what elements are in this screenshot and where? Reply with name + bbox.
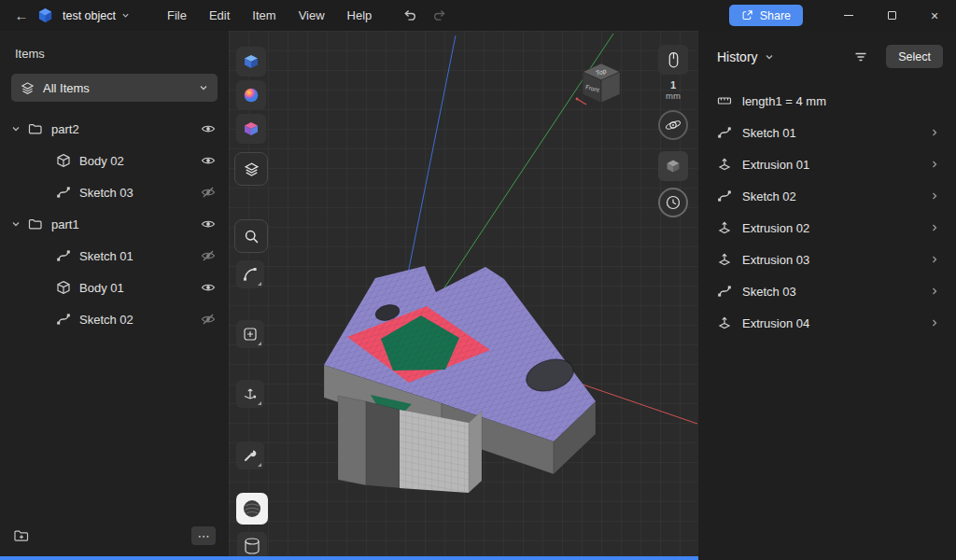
pentagon-extrusion-side — [371, 395, 412, 427]
close-button[interactable]: × — [913, 0, 956, 31]
viewport-3d[interactable]: Top Front 1 mm — [229, 31, 698, 556]
history-item-extrusion-02[interactable]: Extrusion 02 — [698, 212, 956, 244]
extrusion-icon — [717, 220, 732, 235]
menu-help[interactable]: Help — [336, 0, 384, 31]
history-item-label: Extrusion 02 — [742, 221, 809, 235]
hole-large — [522, 354, 577, 397]
visibility-eye-icon[interactable] — [201, 217, 216, 231]
visibility-eye-off-icon[interactable] — [201, 185, 216, 200]
tree-item-label: part1 — [51, 217, 79, 231]
history-header: History Select — [698, 31, 956, 76]
select-button[interactable]: Select — [886, 45, 943, 68]
history-item-extrusion-04[interactable]: Extrusion 04 — [698, 307, 956, 339]
history-mode-button[interactable] — [658, 188, 688, 217]
history-item-variable[interactable]: length1 = 4 mm — [698, 85, 956, 117]
chevron-right-icon — [930, 128, 939, 137]
chevron-down-icon[interactable] — [765, 52, 774, 62]
gray-solid-icon — [665, 158, 682, 175]
history-title: History — [717, 49, 758, 64]
visual-style-button[interactable] — [236, 114, 266, 144]
navigation-cube[interactable]: Top Front — [570, 53, 632, 115]
history-item-label: Sketch 03 — [742, 285, 796, 299]
menu-item[interactable]: Item — [241, 0, 287, 31]
appearance-button[interactable] — [236, 80, 266, 110]
expand-chevron-icon[interactable] — [11, 219, 21, 229]
chevron-right-icon — [930, 160, 939, 169]
tree-item-sketch-02[interactable]: Sketch 02 — [0, 303, 229, 335]
menu-view[interactable]: View — [288, 0, 336, 31]
visibility-eye-icon[interactable] — [201, 280, 216, 295]
visibility-eye-icon[interactable] — [201, 153, 216, 168]
items-filter-label: All Items — [43, 81, 190, 95]
tree-item-sketch-01[interactable]: Sketch 01 — [0, 240, 229, 272]
material-preview-button[interactable] — [236, 493, 268, 525]
history-item-extrusion-01[interactable]: Extrusion 01 — [698, 148, 956, 180]
sketch-arc-icon — [243, 267, 258, 282]
share-button[interactable]: Share — [729, 5, 803, 26]
add-tool-button[interactable] — [236, 320, 264, 348]
history-clock-icon — [665, 194, 682, 211]
visibility-eye-off-icon[interactable] — [201, 248, 216, 263]
chevron-down-icon — [121, 11, 130, 20]
tree-item-body-01[interactable]: Body 01 — [0, 272, 229, 303]
tools-button[interactable] — [236, 441, 264, 469]
menu-file[interactable]: File — [156, 0, 198, 31]
tree-item-body-02[interactable]: Body 02 — [0, 145, 229, 176]
tree-item-label: Body 01 — [79, 281, 124, 295]
visibility-eye-off-icon[interactable] — [201, 312, 216, 327]
layers-panel-button[interactable] — [234, 152, 268, 186]
history-item-sketch-02[interactable]: Sketch 02 — [698, 180, 956, 212]
transform-tool-button[interactable] — [236, 380, 264, 408]
undo-button[interactable] — [398, 3, 422, 29]
pentagon-face — [381, 315, 459, 371]
new-folder-icon[interactable] — [13, 527, 30, 544]
tree-folder-part2[interactable]: part2 — [0, 113, 229, 145]
redo-button[interactable] — [428, 3, 452, 29]
mouse-settings-button[interactable] — [658, 45, 688, 75]
grid-scale-unit: mm — [658, 91, 688, 101]
tree-item-sketch-03[interactable]: Sketch 03 — [0, 176, 229, 208]
document-title-button[interactable]: test object — [63, 9, 130, 22]
folder-icon — [28, 217, 43, 231]
chevron-down-icon — [199, 83, 208, 92]
visibility-eye-icon[interactable] — [201, 121, 216, 136]
sketch-tool-button[interactable] — [236, 260, 264, 288]
history-item-extrusion-03[interactable]: Extrusion 03 — [698, 244, 956, 275]
view-cube-button[interactable] — [236, 47, 266, 77]
grid-scale-value: 1 — [658, 79, 688, 91]
bottom-accent-bar — [0, 556, 698, 560]
items-filter-dropdown[interactable]: All Items — [11, 74, 218, 102]
axis-x-line — [490, 353, 697, 424]
filter-icon[interactable] — [853, 49, 868, 64]
tree-folder-part1[interactable]: part1 — [0, 208, 229, 240]
measure-tool-button[interactable] — [237, 532, 267, 556]
back-button[interactable]: ← — [9, 3, 34, 29]
navcube-axis-x — [577, 99, 586, 105]
tree-item-label: Sketch 01 — [79, 249, 134, 263]
sketch-icon — [56, 185, 71, 200]
chevron-right-icon — [930, 191, 939, 201]
history-item-label: Extrusion 04 — [742, 316, 809, 330]
maximize-button[interactable] — [870, 0, 913, 31]
history-item-sketch-03[interactable]: Sketch 03 — [698, 275, 956, 307]
history-item-sketch-01[interactable]: Sketch 01 — [698, 117, 956, 148]
sketch-icon — [56, 248, 71, 263]
share-label: Share — [760, 9, 791, 22]
shaded-view-button[interactable] — [658, 151, 688, 181]
menu-edit[interactable]: Edit — [198, 0, 241, 31]
extrusion-icon — [717, 157, 732, 172]
appearance-sphere-icon — [243, 87, 260, 104]
view-cube-icon — [243, 53, 260, 70]
history-item-label: Sketch 02 — [742, 189, 796, 203]
orbit-mode-button[interactable] — [658, 110, 688, 140]
model-side-face — [554, 401, 596, 474]
body-cube-icon — [56, 280, 71, 295]
minimize-button[interactable] — [827, 0, 870, 31]
model-leg-side-right — [469, 411, 482, 493]
items-panel-title: Items — [0, 31, 229, 68]
expand-chevron-icon[interactable] — [11, 124, 21, 133]
model-leg-side — [366, 401, 400, 488]
history-list: length1 = 4 mm Sketch 01 Extrusion 01 Sk… — [698, 85, 956, 339]
search-tool-button[interactable] — [234, 219, 268, 253]
more-options-button[interactable]: ⋯ — [191, 526, 216, 545]
